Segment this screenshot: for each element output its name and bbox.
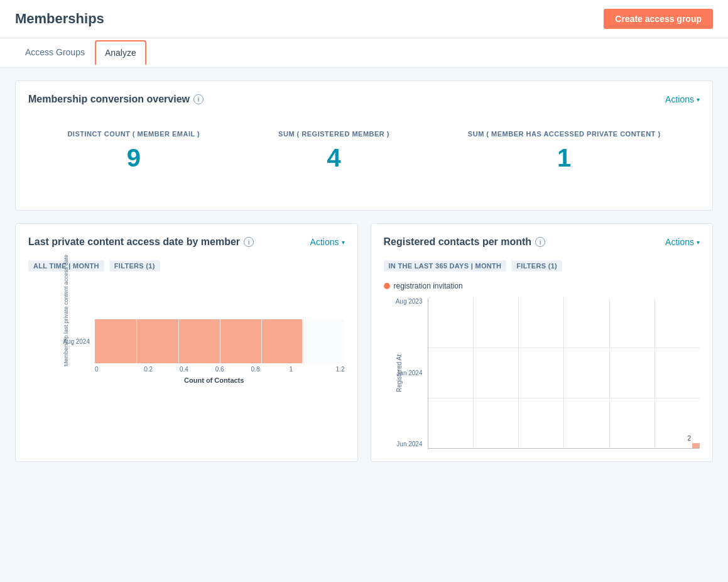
right-chart-bar-value: 2: [687, 435, 691, 442]
overview-card: Membership conversion overview i Actions…: [15, 80, 713, 211]
right-chart-bar: [692, 443, 700, 448]
right-chart-card: Registered contacts per month i Actions …: [371, 223, 714, 462]
right-chart-info-icon: i: [535, 237, 545, 247]
right-chart-filters: IN THE LAST 365 DAYS | MONTH FILTERS (1): [384, 260, 700, 272]
tab-access-groups[interactable]: Access Groups: [15, 38, 95, 68]
right-chart-header: Registered contacts per month i Actions …: [384, 236, 700, 248]
overview-info-icon: i: [193, 94, 204, 104]
create-access-group-button[interactable]: Create access group: [604, 9, 713, 29]
overview-card-title: Membership conversion overview i: [28, 94, 204, 105]
left-actions-caret-icon: ▾: [342, 239, 345, 246]
left-chart-bar-label: Aug 2024: [53, 338, 90, 345]
overview-card-header: Membership conversion overview i Actions…: [28, 94, 700, 105]
right-chart-actions-button[interactable]: Actions ▾: [665, 237, 700, 247]
left-chart-y-axis-title: Membership last private content access d…: [63, 278, 69, 366]
left-chart-actions-button[interactable]: Actions ▾: [310, 237, 345, 247]
left-chart-x-labels: 0 0.2 0.4 0.6 0.8 1 1.2: [95, 366, 345, 373]
legend-dot-registration: [384, 283, 390, 289]
actions-caret-icon: ▾: [697, 96, 700, 103]
right-chart-title: Registered contacts per month i: [384, 236, 546, 248]
metric-sum-registered: SUM ( REGISTERED MEMBER ) 4: [278, 130, 389, 172]
tab-bar: Access Groups Analyze: [0, 38, 728, 68]
right-filter-tag-filters: FILTERS (1): [511, 260, 562, 272]
right-actions-caret-icon: ▾: [697, 239, 700, 246]
main-content: Membership conversion overview i Actions…: [0, 68, 728, 475]
left-chart-info-icon: i: [244, 237, 254, 247]
metric-sum-accessed: SUM ( MEMBER HAS ACCESSED PRIVATE CONTEN…: [468, 130, 661, 172]
left-chart-filters: ALL TIME | MONTH FILTERS (1): [28, 260, 345, 272]
right-chart-plot: 2: [428, 298, 700, 449]
top-bar: Memberships Create access group: [0, 0, 728, 38]
tab-analyze[interactable]: Analyze: [95, 40, 146, 66]
metric-distinct-count: DISTINCT COUNT ( MEMBER EMAIL ) 9: [67, 130, 200, 172]
left-chart-card: Last private content access date by memb…: [15, 223, 358, 462]
charts-row: Last private content access date by memb…: [15, 223, 713, 462]
left-chart-header: Last private content access date by memb…: [28, 236, 345, 248]
app-title: Memberships: [15, 11, 104, 27]
overview-actions-button[interactable]: Actions ▾: [665, 94, 700, 104]
left-filter-tag-filters: FILTERS (1): [109, 260, 160, 272]
right-chart-legend: registration invitation: [384, 282, 700, 290]
left-chart-bar: [95, 319, 302, 363]
right-filter-tag-time: IN THE LAST 365 DAYS | MONTH: [384, 260, 507, 272]
left-chart-title: Last private content access date by memb…: [28, 236, 254, 248]
left-chart-x-axis-title: Count of Contacts: [84, 376, 345, 384]
legend-label-registration: registration invitation: [394, 282, 463, 290]
metrics-row: DISTINCT COUNT ( MEMBER EMAIL ) 9 SUM ( …: [28, 118, 700, 197]
right-chart-y-axis-title: Registered At: [395, 348, 402, 398]
